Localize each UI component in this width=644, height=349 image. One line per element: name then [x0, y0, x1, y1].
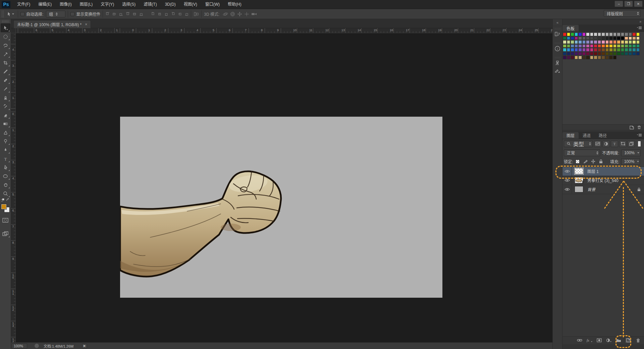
align-icon[interactable] [139, 12, 144, 16]
workspace-switcher[interactable]: 排版规则 [604, 10, 641, 17]
color-swatch[interactable] [575, 48, 578, 52]
layer-thumbnail[interactable] [575, 186, 583, 192]
color-swatch[interactable] [582, 33, 586, 36]
align-icon[interactable] [119, 12, 123, 16]
align-icon[interactable] [112, 12, 117, 16]
color-swatch[interactable] [621, 37, 625, 40]
color-swatch[interactable] [621, 48, 625, 52]
color-swatch[interactable] [582, 37, 586, 40]
collapse-to-icons-icon[interactable]: » [639, 20, 641, 23]
filter-toggle[interactable] [638, 141, 641, 147]
color-swatch[interactable] [629, 33, 632, 36]
menu-item[interactable]: 窗口(W) [201, 0, 224, 9]
color-swatch[interactable] [621, 33, 625, 36]
eyedropper-tool[interactable] [1, 67, 10, 76]
default-colors-icon[interactable] [1, 198, 4, 202]
color-swatch[interactable] [609, 44, 613, 48]
brush-panel-icon[interactable] [554, 59, 561, 67]
color-swatch[interactable] [621, 44, 625, 48]
color-swatch[interactable] [594, 33, 597, 36]
color-swatch[interactable] [605, 40, 609, 44]
color-swatch[interactable] [629, 48, 632, 52]
color-swatch[interactable] [598, 52, 601, 56]
tab-channels[interactable]: 通道 [579, 132, 595, 139]
color-swatch[interactable] [613, 44, 617, 48]
lock-position-icon[interactable] [590, 159, 596, 164]
add-layer-mask-icon[interactable] [596, 337, 602, 343]
color-swatch[interactable] [594, 44, 597, 48]
filter-adjustment-layers-icon[interactable] [602, 140, 610, 147]
color-swatch[interactable] [609, 56, 613, 59]
new-swatch-icon[interactable] [629, 125, 634, 129]
align-icon[interactable] [184, 12, 189, 16]
menu-item[interactable]: 编辑(E) [34, 0, 56, 9]
color-swatch[interactable] [613, 37, 617, 40]
color-swatch[interactable] [594, 37, 597, 40]
color-swatch[interactable] [617, 40, 621, 44]
color-swatch[interactable] [625, 48, 628, 52]
align-icon[interactable] [170, 12, 175, 16]
lock-all-icon[interactable] [598, 159, 604, 164]
expand-panels-icon[interactable]: « [553, 19, 562, 26]
color-swatch[interactable] [567, 56, 571, 59]
layer-row[interactable]: 男拳打女 (3)_540 [562, 176, 644, 185]
color-swatch[interactable] [621, 40, 625, 44]
layer-visibility-toggle[interactable] [562, 176, 572, 185]
menu-item[interactable]: 文件(F) [13, 0, 34, 9]
fill-field[interactable]: 100% [621, 158, 640, 165]
color-swatch[interactable] [601, 52, 605, 56]
color-swatch[interactable] [598, 40, 601, 44]
color-swatch[interactable] [586, 52, 590, 56]
filter-type-layers-icon[interactable]: T [611, 140, 618, 147]
color-swatch[interactable] [567, 37, 571, 40]
color-swatch[interactable] [563, 40, 567, 44]
color-swatch[interactable] [578, 44, 582, 48]
color-swatch[interactable] [598, 37, 601, 40]
threed-mode-icon[interactable] [244, 12, 249, 16]
color-swatch[interactable] [605, 44, 609, 48]
color-swatch[interactable] [632, 52, 636, 56]
color-swatch[interactable] [613, 56, 617, 59]
align-icon[interactable] [164, 12, 168, 16]
color-swatch[interactable] [563, 52, 567, 56]
color-swatch[interactable] [609, 52, 613, 56]
marquee-tool[interactable] [1, 32, 10, 41]
show-transform-checkbox[interactable] [70, 12, 74, 16]
zoom-tool[interactable] [1, 189, 10, 198]
align-icon[interactable] [105, 12, 110, 16]
swap-colors-icon[interactable] [6, 198, 10, 202]
menu-item[interactable]: 选择(S) [118, 0, 140, 9]
color-swatch[interactable] [625, 37, 628, 40]
color-swatch[interactable] [598, 33, 601, 36]
foreground-color[interactable] [1, 204, 7, 210]
menu-item[interactable]: 滤镜(T) [140, 0, 161, 9]
color-swatch[interactable] [594, 48, 597, 52]
color-swatch[interactable] [632, 33, 636, 36]
color-swatch[interactable] [575, 52, 578, 56]
canvas-viewport[interactable] [16, 33, 552, 342]
layer-thumbnail[interactable] [575, 168, 583, 174]
align-icon[interactable] [177, 12, 182, 16]
pen-tool[interactable] [1, 146, 10, 154]
color-swatch[interactable] [636, 44, 640, 48]
color-swatch[interactable] [590, 48, 594, 52]
color-swatch[interactable] [575, 37, 578, 40]
color-swatch[interactable] [590, 40, 594, 44]
current-tool-button[interactable] [5, 10, 15, 18]
menu-item[interactable]: 图像(I) [56, 0, 75, 9]
color-swatch[interactable] [586, 56, 590, 59]
color-swatch[interactable] [617, 44, 621, 48]
color-swatch[interactable] [625, 40, 628, 44]
lasso-tool[interactable] [1, 41, 10, 50]
clone-stamp-tool[interactable] [1, 93, 10, 102]
color-swatch[interactable] [598, 48, 601, 52]
color-swatch[interactable] [590, 52, 594, 56]
layer-row[interactable]: 背景 [562, 185, 644, 194]
threed-mode-icon[interactable] [223, 12, 228, 16]
color-swatch[interactable] [563, 56, 567, 59]
menu-item[interactable]: 图层(L) [76, 0, 97, 9]
tab-layers[interactable]: 图层 [562, 132, 579, 139]
color-swatch[interactable] [582, 44, 586, 48]
color-swatch[interactable] [598, 56, 601, 59]
screen-mode-button[interactable] [1, 229, 10, 238]
